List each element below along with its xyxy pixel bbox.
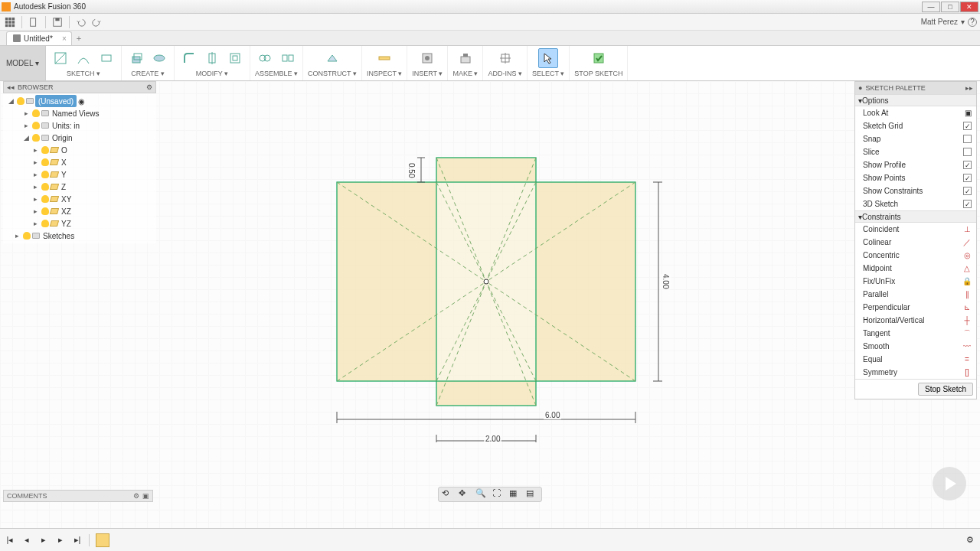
tree-item[interactable]: ▸XY	[3, 193, 156, 205]
new-file-icon[interactable]	[27, 15, 41, 29]
tree-item[interactable]: ▸YZ	[3, 217, 156, 230]
checkbox[interactable]: ✓	[963, 161, 972, 169]
palette-header[interactable]: ●SKETCH PALETTE▸▸	[855, 82, 976, 94]
press-pull-icon[interactable]	[202, 48, 222, 68]
document-tab[interactable]: Untitled* ×	[6, 31, 72, 45]
grid-menu-icon[interactable]	[3, 15, 17, 29]
workspace-switcher[interactable]: MODEL ▾	[0, 46, 46, 80]
tree-item[interactable]: ▸Sketches	[3, 230, 156, 242]
bulb-icon[interactable]	[41, 220, 49, 227]
checkbox[interactable]: ✓	[963, 122, 972, 130]
constraint-item[interactable]: Tangent⌒	[855, 327, 976, 340]
constraint-item[interactable]: Perpendicular⊾	[855, 301, 976, 314]
checkbox[interactable]	[963, 148, 972, 156]
shell-icon[interactable]	[225, 48, 245, 68]
bulb-icon[interactable]	[23, 232, 31, 240]
group-label[interactable]: MAKE ▾	[452, 70, 478, 77]
palette-option[interactable]: Snap	[855, 132, 976, 145]
addins-icon[interactable]	[495, 48, 515, 68]
timeline-settings-icon[interactable]: ⚙	[965, 535, 975, 546]
timeline-fwd-icon[interactable]: ▸	[55, 535, 66, 546]
minimize-button[interactable]: —	[922, 2, 940, 12]
close-button[interactable]: ✕	[960, 2, 978, 12]
stop-sketch-button[interactable]: Stop Sketch	[918, 383, 973, 396]
sketch-geometry[interactable]: 6.00 2.00 4.00 0.50	[314, 121, 666, 444]
revolve-icon[interactable]	[149, 48, 169, 68]
constraint-item[interactable]: Coincident⊥	[855, 223, 976, 236]
bulb-icon[interactable]	[41, 195, 49, 203]
bulb-icon[interactable]	[32, 109, 40, 117]
timeline-start-icon[interactable]: |◂	[5, 535, 15, 546]
group-label[interactable]: INSPECT ▾	[367, 70, 402, 77]
checkbox[interactable]	[963, 135, 972, 143]
tree-item[interactable]: ▸Y	[3, 168, 156, 181]
user-menu[interactable]: Matt Perez▾ ?	[921, 18, 977, 27]
construct-plane-icon[interactable]	[322, 48, 342, 68]
constraint-item[interactable]: Horizontal/Vertical┼	[855, 314, 976, 327]
timeline-feature-icon[interactable]	[96, 533, 109, 547]
help-icon[interactable]: ?	[968, 18, 977, 27]
checkbox[interactable]: ✓	[963, 174, 972, 182]
timeline-play-icon[interactable]: ▸	[38, 535, 49, 546]
palette-option[interactable]: Look At▣	[855, 106, 976, 119]
options-section[interactable]: ▾ Options	[855, 94, 976, 106]
timeline-back-icon[interactable]: ◂	[21, 535, 32, 546]
bulb-icon[interactable]	[32, 134, 40, 142]
radio-icon[interactable]: ◉	[78, 97, 85, 106]
tree-item[interactable]: ◢Origin	[3, 132, 156, 144]
constraint-item[interactable]: Symmetry[]	[855, 366, 976, 379]
redo-icon[interactable]	[90, 15, 103, 29]
tree-item[interactable]: ▸Named Views	[3, 107, 156, 119]
checkbox[interactable]: ✓	[963, 187, 972, 195]
sketch-arc-icon[interactable]	[74, 48, 93, 68]
close-tab-icon[interactable]: ×	[62, 34, 67, 43]
constraint-item[interactable]: Parallel∥	[855, 288, 976, 301]
dimension-height[interactable]: 4.00	[660, 274, 671, 289]
tree-root[interactable]: ◢ (Unsaved) ◉	[3, 95, 156, 107]
checkbox[interactable]: ✓	[963, 200, 972, 208]
collapse-icon[interactable]: ◂◂	[7, 83, 15, 91]
timeline-end-icon[interactable]: ▸|	[72, 535, 83, 546]
bulb-icon[interactable]	[41, 158, 49, 166]
stop-sketch-icon[interactable]	[589, 48, 609, 68]
group-label[interactable]: CONSTRUCT ▾	[308, 70, 357, 77]
bulb-icon[interactable]	[41, 146, 49, 154]
play-overlay-button[interactable]	[933, 467, 966, 500]
orbit-icon[interactable]: ⟲	[442, 488, 454, 500]
constraint-item[interactable]: Concentric◎	[855, 249, 976, 262]
tree-item[interactable]: ▸X	[3, 156, 156, 168]
constraint-item[interactable]: Smooth〰	[855, 340, 976, 353]
palette-option[interactable]: Slice	[855, 145, 976, 158]
dimension-width-inner[interactable]: 2.00	[484, 435, 501, 443]
gear-icon[interactable]: ⚙	[133, 492, 139, 500]
bulb-icon[interactable]	[17, 97, 24, 105]
constraint-item[interactable]: Colinear／	[855, 236, 976, 249]
save-icon[interactable]	[51, 15, 64, 29]
bulb-icon[interactable]	[41, 207, 49, 215]
select-icon[interactable]	[538, 48, 558, 68]
group-label[interactable]: MODIFY ▾	[196, 70, 228, 77]
tree-item[interactable]: ▸O	[3, 144, 156, 156]
tree-item[interactable]: ▸Z	[3, 181, 156, 193]
palette-option[interactable]: Show Profile✓	[855, 158, 976, 171]
pan-icon[interactable]: ✥	[459, 488, 471, 500]
dimension-tab[interactable]: 0.50	[406, 163, 417, 178]
sketch-rect-icon[interactable]	[96, 48, 116, 68]
assemble-icon[interactable]	[278, 48, 298, 68]
undo-icon[interactable]	[74, 15, 88, 29]
constraint-item[interactable]: Equal=	[855, 353, 976, 366]
group-label[interactable]: ASSEMBLE ▾	[255, 70, 298, 77]
insert-decal-icon[interactable]	[417, 48, 437, 68]
lookat-icon[interactable]: ▣	[965, 109, 972, 117]
group-label[interactable]: SKETCH ▾	[67, 70, 100, 77]
fit-icon[interactable]: ⛶	[492, 488, 505, 500]
comments-bar[interactable]: COMMENTS ⚙ ▣	[3, 490, 153, 502]
constraints-section[interactable]: ▾ Constraints	[855, 210, 976, 223]
canvas[interactable]: ◂◂ BROWSER ⚙ ◢ (Unsaved) ◉ ▸Named Views▸…	[0, 81, 980, 528]
expand-icon[interactable]: ▣	[142, 492, 149, 500]
sketch-line-icon[interactable]	[51, 48, 70, 68]
palette-option[interactable]: Sketch Grid✓	[855, 119, 976, 132]
constraint-item[interactable]: Fix/UnFix🔒	[855, 275, 976, 288]
3dprint-icon[interactable]	[456, 48, 475, 68]
maximize-button[interactable]: □	[941, 2, 959, 12]
